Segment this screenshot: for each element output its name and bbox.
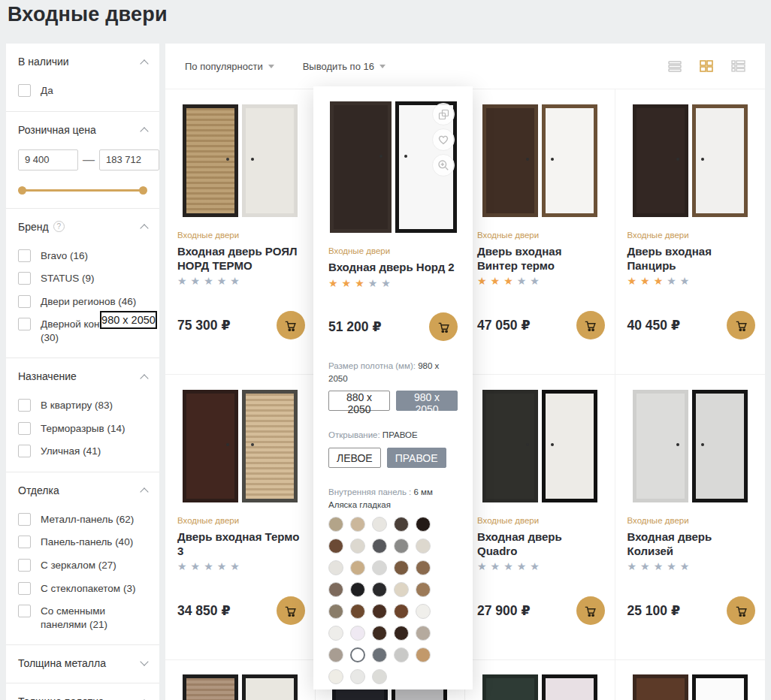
compare-icon[interactable] — [432, 103, 455, 125]
price-min-input[interactable] — [18, 149, 78, 170]
panel-swatch[interactable] — [350, 604, 365, 619]
product-title[interactable]: Дверь входная Винтер термо — [477, 244, 603, 273]
size-option-button[interactable]: 880 x 2050 — [328, 391, 390, 411]
panel-swatch[interactable] — [350, 626, 365, 641]
opening-option-button[interactable]: ПРАВОЕ — [387, 448, 446, 468]
panel-swatch[interactable] — [416, 647, 431, 662]
filter-option[interactable]: Да — [18, 84, 147, 98]
panel-swatch[interactable] — [328, 582, 343, 597]
panel-swatch[interactable] — [328, 669, 343, 684]
product-image[interactable] — [477, 104, 603, 217]
wishlist-heart-icon[interactable] — [432, 128, 455, 151]
panel-swatch[interactable] — [416, 517, 431, 532]
filter-section-header[interactable]: Толщина металла — [18, 657, 147, 669]
filter-option[interactable]: Панель-панель (40) — [18, 536, 147, 549]
checkbox[interactable] — [18, 84, 31, 97]
panel-swatch[interactable] — [416, 604, 431, 619]
product-card[interactable] — [165, 660, 316, 700]
panel-swatch[interactable] — [394, 539, 409, 554]
panel-swatch[interactable] — [416, 626, 431, 641]
product-title[interactable]: Дверь входная Термо 3 — [177, 530, 303, 558]
checkbox[interactable] — [18, 249, 31, 262]
table-view-icon[interactable] — [731, 60, 745, 72]
add-to-cart-button[interactable] — [727, 596, 755, 625]
filter-option[interactable]: Уличная (41) — [18, 445, 147, 458]
product-image[interactable] — [177, 674, 303, 700]
price-slider[interactable] — [18, 186, 147, 195]
panel-swatch[interactable] — [372, 517, 387, 532]
product-category-link[interactable]: Входные двери — [477, 231, 603, 240]
product-card[interactable]: Входные двери Дверь входная Панцирь ★★★★… — [615, 89, 766, 375]
product-category-link[interactable]: Входные двери — [328, 246, 458, 255]
panel-swatch[interactable] — [394, 517, 409, 532]
add-to-cart-button[interactable] — [576, 311, 605, 339]
panel-swatch[interactable] — [372, 669, 387, 684]
product-category-link[interactable]: Входные двери — [477, 516, 603, 525]
product-category-link[interactable]: Входные двери — [177, 231, 303, 240]
panel-swatch[interactable] — [394, 582, 409, 597]
sort-dropdown[interactable]: По популярности — [185, 61, 274, 72]
panel-swatch[interactable] — [372, 604, 387, 619]
checkbox[interactable] — [18, 422, 31, 435]
filter-option[interactable]: Bravo (16) — [18, 249, 147, 263]
add-to-cart-button[interactable] — [727, 311, 755, 339]
panel-swatch[interactable] — [328, 647, 343, 662]
filter-option[interactable]: С стеклопакетом (3) — [18, 582, 147, 596]
product-image[interactable] — [477, 390, 603, 502]
panel-swatch[interactable] — [394, 647, 409, 662]
product-image[interactable] — [477, 674, 603, 700]
chevron-up-icon[interactable] — [140, 59, 148, 68]
chevron-up-icon[interactable] — [140, 127, 148, 135]
panel-swatch[interactable] — [372, 582, 387, 597]
product-title[interactable]: Входная дверь РОЯЛ НОРД ТЕРМО — [177, 244, 303, 273]
price-slider-handle-max[interactable] — [139, 186, 147, 195]
filter-option[interactable]: Металл-панель (62) — [18, 513, 147, 527]
filter-section-header[interactable]: Назначение — [18, 370, 147, 382]
checkbox[interactable] — [18, 536, 31, 548]
zoom-in-icon[interactable] — [432, 154, 455, 177]
panel-swatch[interactable] — [394, 560, 409, 575]
checkbox[interactable] — [18, 559, 31, 572]
product-card[interactable]: Входные двери Входная дверь Колизей ★★★★… — [615, 375, 766, 660]
product-image[interactable] — [627, 104, 754, 217]
filter-section-header[interactable]: Бренд? — [18, 221, 147, 233]
filter-option[interactable]: Со сменными панелями (21) — [18, 605, 147, 631]
chevron-up-icon[interactable] — [140, 224, 148, 232]
panel-swatch[interactable] — [350, 647, 365, 662]
product-image[interactable] — [627, 674, 754, 700]
checkbox[interactable] — [18, 295, 31, 308]
filter-section-header[interactable]: Отделка — [18, 484, 147, 496]
price-slider-handle-min[interactable] — [18, 186, 26, 195]
product-card[interactable]: Входные двери Входная дверь Quadro ★★★★★… — [465, 375, 615, 660]
filter-section-header[interactable]: Розничная цена — [18, 124, 147, 136]
list-view-icon[interactable] — [668, 61, 682, 72]
product-image[interactable] — [177, 390, 303, 502]
product-card[interactable] — [465, 660, 615, 700]
product-image[interactable] — [177, 104, 303, 217]
checkbox[interactable] — [18, 445, 31, 457]
chevron-up-icon[interactable] — [140, 488, 148, 496]
panel-swatch[interactable] — [328, 517, 343, 532]
product-title[interactable]: Дверь входная Панцирь — [627, 244, 754, 273]
price-max-input[interactable] — [99, 149, 159, 170]
product-card[interactable]: Входные двери Входная дверь РОЯЛ НОРД ТЕ… — [165, 89, 316, 375]
product-card[interactable]: Входные двери Дверь входная Термо 3 ★★★★… — [165, 375, 316, 660]
checkbox[interactable] — [18, 272, 31, 285]
panel-swatch[interactable] — [350, 539, 365, 554]
panel-swatch[interactable] — [328, 604, 343, 619]
checkbox[interactable] — [18, 605, 31, 617]
panel-swatch[interactable] — [328, 560, 343, 575]
help-icon[interactable]: ? — [53, 221, 65, 232]
per-page-dropdown[interactable]: Выводить по 16 — [303, 61, 386, 72]
product-title[interactable]: Входная дверь Quadro — [477, 530, 603, 558]
panel-swatch[interactable] — [328, 626, 343, 641]
chevron-up-icon[interactable] — [140, 374, 148, 382]
product-hover-card[interactable]: Входные двери Входная дверь Норд 2 ★★★★★… — [313, 86, 473, 689]
product-category-link[interactable]: Входные двери — [177, 516, 303, 525]
panel-swatch[interactable] — [350, 517, 365, 532]
filter-option[interactable]: В квартиру (83) — [18, 399, 147, 412]
checkbox[interactable] — [18, 399, 31, 412]
product-title[interactable]: Входная дверь Колизей — [627, 530, 754, 558]
panel-swatch[interactable] — [372, 539, 387, 554]
product-category-link[interactable]: Входные двери — [627, 231, 754, 240]
